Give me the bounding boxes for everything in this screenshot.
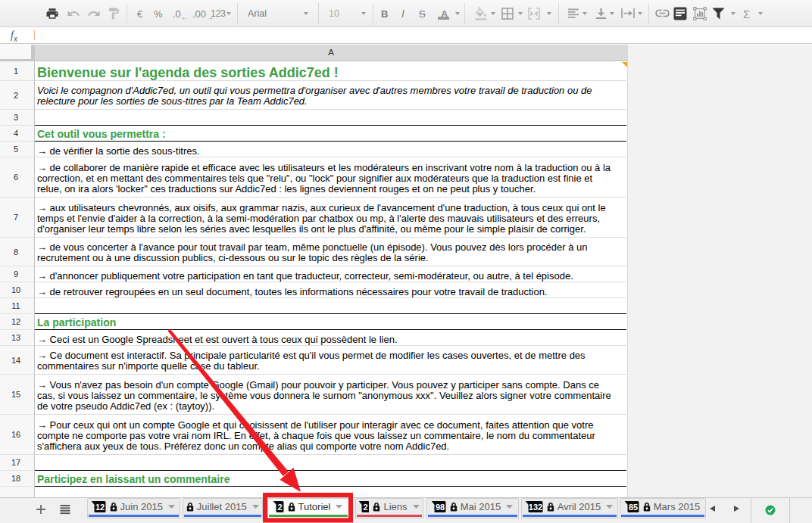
svg-text:2: 2 [278, 503, 283, 512]
svg-text:2: 2 [363, 503, 367, 512]
svg-text:132: 132 [529, 503, 542, 512]
svg-text:85: 85 [629, 503, 638, 512]
svg-text:98: 98 [436, 503, 445, 512]
svg-text:12: 12 [95, 503, 105, 512]
